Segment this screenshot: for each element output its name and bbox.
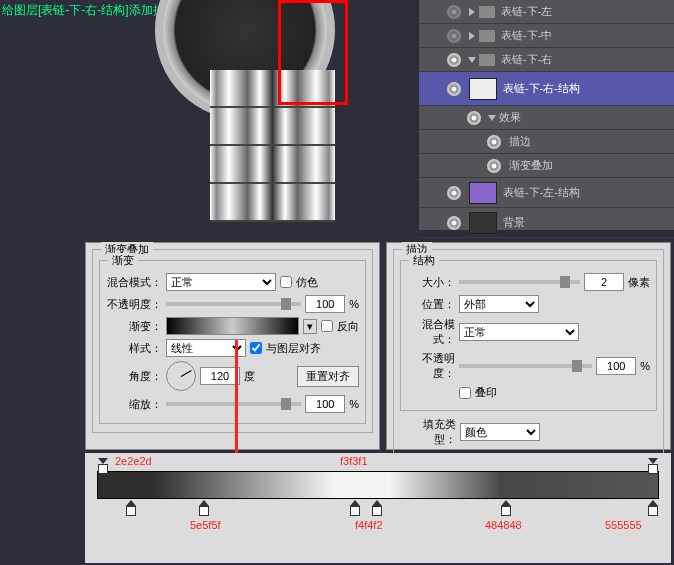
stop-label: 555555	[605, 519, 642, 531]
visibility-icon[interactable]	[447, 29, 461, 43]
color-stop[interactable]	[648, 500, 658, 512]
layer-row[interactable]: 表链-下-中	[419, 24, 674, 48]
stop-label: 5e5f5f	[190, 519, 221, 531]
visibility-icon[interactable]	[447, 5, 461, 19]
visibility-icon[interactable]	[467, 111, 481, 125]
size-slider[interactable]	[459, 280, 580, 284]
visibility-icon[interactable]	[447, 82, 461, 96]
visibility-icon[interactable]	[447, 53, 461, 67]
position-select[interactable]: 外部	[459, 295, 539, 313]
reset-align-button[interactable]: 重置对齐	[297, 366, 359, 387]
overprint-checkbox[interactable]	[459, 387, 471, 399]
annotation-arrow	[235, 340, 238, 470]
gradient-editor: 2e2e2d f3f3f1 5e5f5f f4f4f2 484848 55555…	[85, 453, 671, 563]
color-stop[interactable]	[126, 500, 136, 512]
filltype-select[interactable]: 颜色	[460, 423, 540, 441]
reverse-checkbox[interactable]	[321, 320, 333, 332]
layer-row[interactable]: 表链-下-右	[419, 48, 674, 72]
scale-slider[interactable]	[166, 402, 301, 406]
layer-row[interactable]: 背景	[419, 208, 674, 238]
color-stop[interactable]	[350, 500, 360, 512]
highlight-box	[278, 0, 348, 105]
angle-dial[interactable]	[166, 361, 196, 391]
dither-checkbox[interactable]	[280, 276, 292, 288]
layer-fx[interactable]: 描边	[419, 130, 674, 154]
stop-label: f3f3f1	[340, 455, 368, 467]
opacity-stop[interactable]	[98, 458, 108, 470]
blend-mode-select[interactable]: 正常	[166, 273, 276, 291]
gradient-bar[interactable]	[97, 471, 659, 499]
color-stop[interactable]	[501, 500, 511, 512]
size-input[interactable]	[584, 273, 624, 291]
visibility-icon[interactable]	[447, 186, 461, 200]
align-checkbox[interactable]	[250, 342, 262, 354]
gradient-picker[interactable]	[166, 317, 299, 335]
visibility-icon[interactable]	[487, 159, 501, 173]
color-stop[interactable]	[372, 500, 382, 512]
angle-input[interactable]	[200, 367, 240, 385]
opacity-stop[interactable]	[648, 458, 658, 470]
color-stop[interactable]	[199, 500, 209, 512]
stop-label: f4f4f2	[355, 519, 383, 531]
stroke-blend-select[interactable]: 正常	[459, 323, 579, 341]
stop-label: 484848	[485, 519, 522, 531]
opacity-slider[interactable]	[166, 302, 301, 306]
gradient-overlay-panel: 渐变叠加 渐变 混合模式：正常仿色 不透明度：% 渐变：▾反向 样式：线性与图层…	[85, 242, 380, 450]
scale-input[interactable]	[305, 395, 345, 413]
layer-fx[interactable]: 效果	[419, 106, 674, 130]
opacity-input[interactable]	[305, 295, 345, 313]
layer-fx[interactable]: 渐变叠加	[419, 154, 674, 178]
stop-label: 2e2e2d	[115, 455, 152, 467]
layers-panel: 表链-下-左 表链-下-中 表链-下-右 表链-下-右-结构 效果 描边 渐变叠…	[419, 0, 674, 230]
layer-row[interactable]: 表链-下-左-结构	[419, 178, 674, 208]
stroke-panel: 描边 结构 大小：像素 位置：外部 混合模式：正常 不透明度：% 叠印 填充类型…	[386, 242, 671, 450]
style-select[interactable]: 线性	[166, 339, 246, 357]
layer-row[interactable]: 表链-下-左	[419, 0, 674, 24]
layer-row[interactable]: 表链-下-右-结构	[419, 72, 674, 106]
visibility-icon[interactable]	[447, 216, 461, 230]
stroke-opacity-input[interactable]	[596, 357, 636, 375]
stroke-opacity-slider[interactable]	[459, 364, 592, 368]
visibility-icon[interactable]	[487, 135, 501, 149]
